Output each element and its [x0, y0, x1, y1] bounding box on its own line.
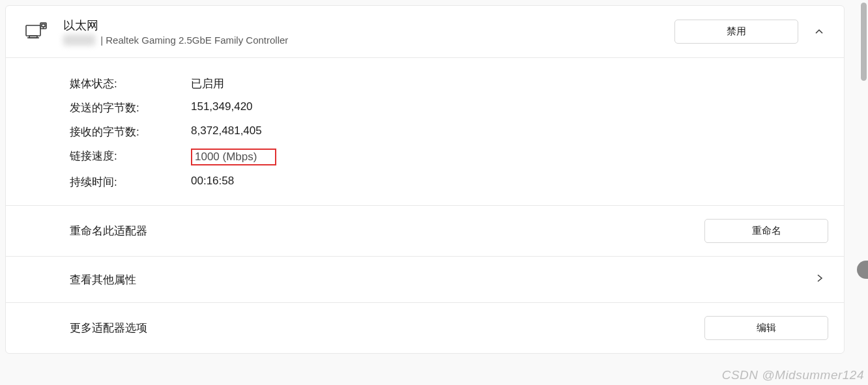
edit-button[interactable]: 编辑	[704, 316, 828, 340]
ethernet-icon	[24, 20, 48, 44]
adapter-header: 以太网 xxxxxx | Realtek Gaming 2.5GbE Famil…	[6, 6, 844, 58]
rename-adapter-row: 重命名此适配器 重命名	[6, 206, 844, 257]
label-duration: 持续时间:	[70, 175, 191, 190]
label-link-speed: 链接速度:	[70, 149, 191, 165]
adapter-panel: 以太网 xxxxxx | Realtek Gaming 2.5GbE Famil…	[5, 5, 845, 354]
view-properties-label: 查看其他属性	[70, 272, 136, 287]
value-duration: 00:16:58	[191, 175, 234, 190]
watermark: CSDN @Midsummer124	[722, 368, 864, 382]
rename-button[interactable]: 重命名	[704, 219, 828, 243]
adapter-subtitle: xxxxxx | Realtek Gaming 2.5GbE Family Co…	[63, 35, 674, 46]
disable-button[interactable]: 禁用	[674, 20, 798, 44]
detail-bytes-sent: 发送的字节数: 151,349,420	[70, 100, 828, 115]
chevron-up-icon	[814, 27, 824, 37]
svg-rect-0	[26, 25, 40, 36]
blurred-name: xxxxxx	[63, 35, 95, 46]
detail-duration: 持续时间: 00:16:58	[70, 175, 828, 190]
value-bytes-received: 8,372,481,405	[191, 124, 262, 139]
label-bytes-sent: 发送的字节数:	[70, 100, 191, 115]
view-properties-chevron[interactable]	[811, 270, 828, 289]
label-bytes-received: 接收的字节数:	[70, 124, 191, 139]
collapse-toggle[interactable]	[810, 23, 828, 41]
view-properties-row[interactable]: 查看其他属性	[6, 257, 844, 303]
value-link-speed: 1000 (Mbps)	[191, 149, 276, 165]
side-tab[interactable]	[857, 261, 868, 279]
adapter-title: 以太网	[63, 18, 674, 33]
label-media-state: 媒体状态:	[70, 76, 191, 91]
scrollbar-thumb[interactable]	[861, 3, 867, 81]
value-media-state: 已启用	[191, 76, 224, 91]
adapter-details: 媒体状态: 已启用 发送的字节数: 151,349,420 接收的字节数: 8,…	[6, 58, 844, 206]
chevron-right-icon	[815, 274, 824, 283]
detail-bytes-received: 接收的字节数: 8,372,481,405	[70, 124, 828, 139]
detail-media-state: 媒体状态: 已启用	[70, 76, 828, 91]
value-bytes-sent: 151,349,420	[191, 100, 253, 115]
more-options-row: 更多适配器选项 编辑	[6, 303, 844, 353]
more-options-label: 更多适配器选项	[70, 321, 147, 335]
rename-adapter-label: 重命名此适配器	[70, 223, 147, 238]
adapter-title-block: 以太网 xxxxxx | Realtek Gaming 2.5GbE Famil…	[63, 18, 674, 46]
adapter-controller-name: | Realtek Gaming 2.5GbE Family Controlle…	[100, 35, 288, 46]
detail-link-speed: 链接速度: 1000 (Mbps)	[70, 149, 828, 165]
